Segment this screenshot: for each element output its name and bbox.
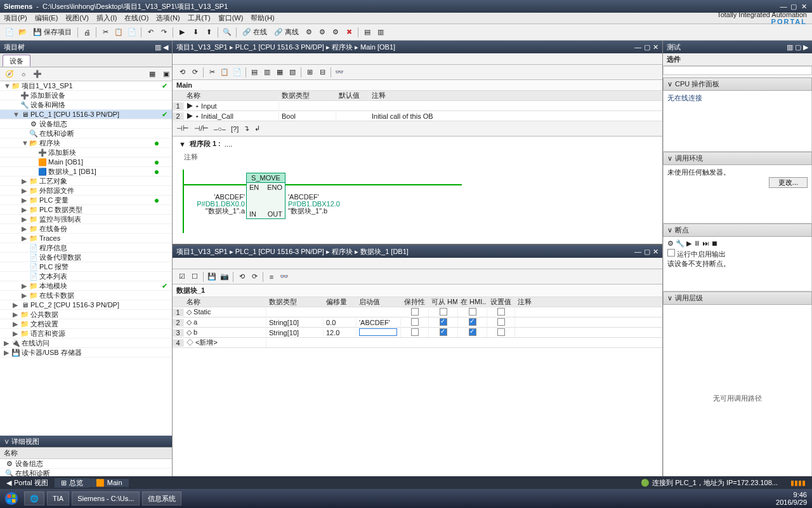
tb-icon[interactable]: ⟲ xyxy=(176,67,188,78)
tree-item[interactable]: ▶🖥PLC_2 [CPU 1516-3 PN/DP] xyxy=(0,300,172,310)
tree-item[interactable]: ▶📁公共数据 xyxy=(0,310,172,319)
sym-branch-icon[interactable]: ↲ xyxy=(254,124,260,133)
go-online-button[interactable]: 🔗 在线 xyxy=(240,27,270,37)
tb-icon[interactable]: ⟳ xyxy=(189,67,200,78)
tb-icon[interactable]: ⟲ xyxy=(236,271,247,283)
tree-item[interactable]: 📄文本列表 xyxy=(0,272,172,281)
tree-item[interactable]: 🔍在线和诊断 xyxy=(0,129,172,138)
siemens-task[interactable]: Siemens - C:\Us... xyxy=(72,491,140,505)
sym-contact-nc-icon[interactable]: ⊣/⊢ xyxy=(194,124,209,133)
start-button[interactable] xyxy=(0,489,23,508)
split-v-icon[interactable]: ▥ xyxy=(375,27,386,38)
tree-item[interactable]: ▶📁外部源文件 xyxy=(0,186,172,196)
close-button[interactable]: ✕ xyxy=(799,3,808,11)
download-icon[interactable]: ⬇ xyxy=(190,27,201,38)
tb-icon[interactable]: ≡ xyxy=(266,271,277,283)
db-row[interactable]: 2◇ aString[10]0.0'ABCDEF' xyxy=(173,318,662,328)
tree-item[interactable]: ▶🔌在线访问 xyxy=(0,338,172,348)
db1-close-icon[interactable]: ✕ xyxy=(653,248,658,256)
tb-icon[interactable]: 📄 xyxy=(232,67,243,78)
menu-insert[interactable]: 插入(I) xyxy=(96,13,117,23)
tb-icon[interactable]: ☐ xyxy=(189,271,200,283)
tb-icon[interactable]: 📷 xyxy=(219,271,230,283)
sym-jump-icon[interactable]: ↴ xyxy=(244,124,249,133)
db1-min-icon[interactable]: — xyxy=(634,248,641,256)
menu-window[interactable]: 窗口(W) xyxy=(218,13,244,23)
tb-icon[interactable]: ▥ xyxy=(261,67,273,78)
cancel-all-icon[interactable]: ✖ xyxy=(343,27,355,38)
print-icon[interactable]: 🖨 xyxy=(81,27,93,38)
portal-view-button[interactable]: ◀ Portal 视图 xyxy=(0,478,55,488)
open-project-icon[interactable]: 📂 xyxy=(17,27,29,38)
breakpoint-header[interactable]: ∨ 断点 xyxy=(663,224,812,237)
redo-icon[interactable]: ↷ xyxy=(158,27,169,38)
undo-icon[interactable]: ↶ xyxy=(145,27,156,38)
tree-view2-icon[interactable]: ▣ xyxy=(160,69,172,80)
maximize-button[interactable]: ▢ xyxy=(789,3,798,11)
minimize-button[interactable]: — xyxy=(779,3,788,11)
call-env-header[interactable]: ∨ 调用环境 xyxy=(663,152,812,165)
tree-item[interactable]: ▶📁Traces xyxy=(0,234,172,243)
tree-item[interactable]: ▼🖥PLC_1 [CPU 1516-3 PN/DP]✔ xyxy=(0,110,172,119)
go-offline-button[interactable]: 🔗 离线 xyxy=(272,27,301,37)
tree-item[interactable]: ➕添加新设备 xyxy=(0,91,172,100)
tb-icon[interactable]: ▤ xyxy=(249,67,260,78)
tree-item[interactable]: 🔧设备和网络 xyxy=(0,100,172,110)
menu-tools[interactable]: 工具(T) xyxy=(188,13,211,23)
rp-icon[interactable]: ▶ xyxy=(803,43,808,51)
tree-item[interactable]: 📄PLC 报警 xyxy=(0,262,172,272)
in-operand[interactable]: 'ABCDEF' P#DB1.DBX0.0 "数据块_1".a xyxy=(189,194,245,215)
info-task[interactable]: 信息系统 xyxy=(142,491,181,505)
tree-item[interactable]: ▶📁在线卡数据 xyxy=(0,291,172,300)
tree-item[interactable]: ▼📂程序块● xyxy=(0,138,172,148)
tb-icon[interactable]: 💾 xyxy=(206,271,218,283)
compile-icon[interactable]: ▶ xyxy=(176,27,188,38)
cpu-panel-header[interactable]: ∨ CPU 操作面板 xyxy=(663,77,812,91)
ob1-iface-row[interactable]: 1⯈ ▸ Input xyxy=(173,101,662,111)
ob1-close-icon[interactable]: ✕ xyxy=(653,43,658,51)
split-h-icon[interactable]: ▤ xyxy=(362,27,373,38)
new-project-icon[interactable]: 📄 xyxy=(4,27,15,38)
misc3-icon[interactable]: ⚙ xyxy=(330,27,341,38)
segment-comment[interactable]: 注释 xyxy=(173,151,662,163)
tree-item[interactable]: 🟧Main [OB1]● xyxy=(0,157,172,167)
smove-box[interactable]: S_MOVE ENENO INOUT xyxy=(246,173,285,219)
tb-icon[interactable]: ▦ xyxy=(274,67,285,78)
tree-view1-icon[interactable]: ▦ xyxy=(147,69,158,80)
rp-icon[interactable]: ▥ xyxy=(787,43,793,51)
tree-pin-icon[interactable]: ◀ xyxy=(163,43,168,51)
overview-button[interactable]: ⊞ 总览 xyxy=(55,478,89,488)
tree-item[interactable]: ▶📁监控与强制表 xyxy=(0,215,172,224)
save-project-button[interactable]: 💾 保存项目 xyxy=(30,27,74,37)
tia-taskbar-icon[interactable]: TIA xyxy=(47,491,69,505)
db-row[interactable]: 3◇ bString[10]12.0 xyxy=(173,328,662,338)
tb-icon[interactable]: ⟳ xyxy=(249,271,260,283)
sym-box-icon[interactable]: [?] xyxy=(231,125,239,133)
ie-taskbar-icon[interactable]: 🌐 xyxy=(24,491,44,505)
tree-item[interactable]: 🟦数据块_1 [DB1]● xyxy=(0,167,172,177)
search-icon[interactable]: 🔍 xyxy=(221,27,233,38)
copy-icon[interactable]: 📋 xyxy=(113,27,124,38)
tree-item[interactable]: 📄设备代理数据 xyxy=(0,253,172,262)
db-row[interactable]: 1◇ Static xyxy=(173,307,662,318)
tb-monitor-icon[interactable]: 👓 xyxy=(334,67,345,78)
tb-icon[interactable]: 👓 xyxy=(278,271,290,283)
ob1-min-icon[interactable]: — xyxy=(634,43,641,51)
menu-options[interactable]: 选项(N) xyxy=(156,13,180,23)
paste-icon[interactable]: 📄 xyxy=(126,27,138,38)
ob1-iface-row[interactable]: 2⯈ ▸ Initial_CallBoolInitial call of thi… xyxy=(173,111,662,121)
misc1-icon[interactable]: ⚙ xyxy=(303,27,315,38)
cut-icon[interactable]: ✂ xyxy=(100,27,111,38)
out-operand[interactable]: 'ABCDEF' P#DB1.DBX12.0 "数据块_1".b xyxy=(288,194,351,215)
tree-item[interactable]: ▶📁文档设置 xyxy=(0,319,172,329)
tb-icon[interactable]: 📋 xyxy=(219,67,230,78)
project-tree[interactable]: ▼📁项目1_V13_SP1✔➕添加新设备🔧设备和网络▼🖥PLC_1 [CPU 1… xyxy=(0,81,172,436)
db1-max-icon[interactable]: ▢ xyxy=(644,248,650,256)
call-hier-header[interactable]: ∨ 调用层级 xyxy=(663,291,812,305)
main-editor-button[interactable]: 🟧 Main xyxy=(89,479,129,487)
ob1-max-icon[interactable]: ▢ xyxy=(644,43,650,51)
tb-icon[interactable]: ⊟ xyxy=(317,67,328,78)
tree-collapse-icon[interactable]: ▥ xyxy=(155,43,161,51)
menu-edit[interactable]: 编辑(E) xyxy=(35,13,58,23)
tree-item[interactable]: ▶📁PLC 变量● xyxy=(0,196,172,205)
